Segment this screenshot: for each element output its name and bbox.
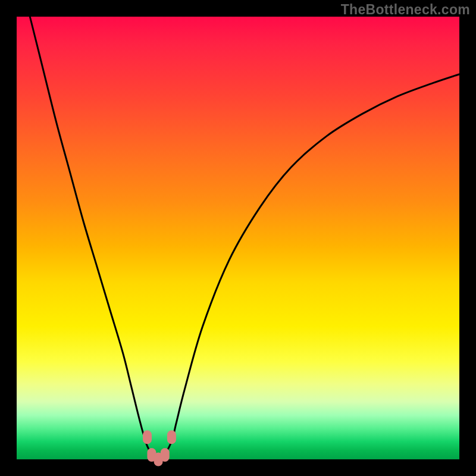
- marker-right-upper: [167, 430, 176, 444]
- marker-right-lower: [161, 448, 170, 462]
- plot-svg: [17, 17, 459, 459]
- plot-area: [17, 17, 459, 459]
- attribution-text: TheBottleneck.com: [341, 2, 470, 18]
- chart-frame: TheBottleneck.com: [0, 0, 476, 476]
- bottleneck-curve: [30, 17, 459, 459]
- marker-left-upper: [143, 430, 152, 444]
